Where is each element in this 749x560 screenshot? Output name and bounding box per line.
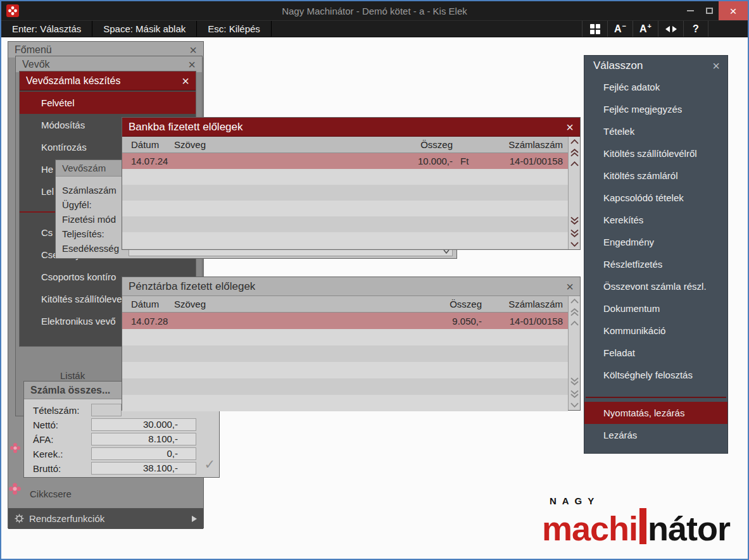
close-icon[interactable]: × <box>566 280 574 293</box>
brand-logo-machinator: machi nátor <box>542 508 730 545</box>
menu-item-nyomtatas-lezaras[interactable]: Nyomtatás, lezárás <box>584 402 727 424</box>
menu-item-cikkcsere[interactable]: Cikkcsere <box>30 488 72 499</box>
tetelszam-field[interactable] <box>91 404 122 416</box>
scrollbar[interactable] <box>568 296 580 410</box>
scroll-page-up-icon[interactable] <box>570 149 579 157</box>
scroll-down-icon[interactable] <box>570 402 579 408</box>
scroll-up-icon[interactable] <box>570 139 579 144</box>
column-header-szoveg: Szöveg <box>174 299 412 309</box>
hint-space-other-window[interactable]: Space: Másik ablak <box>92 21 197 37</box>
cash-advances-table: Dátum Szöveg Összeg Számlaszám 14.07.28 … <box>122 296 580 410</box>
scrollbar[interactable] <box>568 137 580 249</box>
grid-icon <box>589 23 601 35</box>
table-row-empty[interactable] <box>122 362 568 378</box>
hint-enter-select[interactable]: Enter: Választás <box>1 21 92 37</box>
scroll-page-down-icon[interactable] <box>570 390 579 398</box>
menu-item-dokumentum[interactable]: Dokumentum <box>584 297 727 320</box>
hint-esc-exit[interactable]: Esc: Kilépés <box>197 21 272 37</box>
invoice-creation-titlebar[interactable]: Vevőszámla készítés × <box>20 72 196 90</box>
maximize-button[interactable] <box>700 1 719 20</box>
menu-item-reszletfizetes[interactable]: Részletfizetés <box>584 253 727 275</box>
scroll-down-icon[interactable] <box>570 242 579 247</box>
scroll-up-icon[interactable] <box>570 161 579 166</box>
bank-advances-table: Dátum Szöveg Összeg Számlaszám 14.07.24 … <box>122 137 580 249</box>
kerekites-field[interactable]: 0,- <box>91 447 196 460</box>
column-header-szamlaszam: Számlaszám <box>482 139 568 150</box>
menu-item-fejlec-adatok[interactable]: Fejléc adatok <box>584 76 727 98</box>
scroll-page-up-icon[interactable] <box>570 308 579 316</box>
scroll-page-down-icon[interactable] <box>570 229 579 237</box>
close-icon[interactable]: × <box>188 58 196 71</box>
app-icon[interactable] <box>6 4 19 17</box>
invoice-creation-title: Vevőszámla készítés <box>26 75 120 87</box>
table-row-selected[interactable]: 14.07.24 10.000,- Ft 14-01/00158 <box>122 153 568 169</box>
field-label: Kerek.: <box>33 449 91 459</box>
confirm-check-icon[interactable]: ✓ <box>204 457 215 472</box>
menu-item-felvetel[interactable]: Felvétel <box>20 92 196 114</box>
close-icon[interactable]: × <box>182 75 189 87</box>
menu-item-kitoltes-szallitolevelrol[interactable]: Kitöltés szállítólevélről <box>584 142 727 165</box>
table-row-empty[interactable] <box>122 185 568 201</box>
brutto-field[interactable]: 38.100,- <box>91 462 196 475</box>
table-row-empty[interactable] <box>122 201 568 216</box>
table-row-empty[interactable] <box>122 345 568 362</box>
menu-item-label: Rendszerfunkciók <box>29 513 104 524</box>
help-button[interactable]: ? <box>683 21 708 37</box>
chevron-down-icon <box>443 249 450 254</box>
cash-advances-title: Pénztárba fizetett előlegek <box>129 280 255 293</box>
bank-advances-titlebar[interactable]: Bankba fizetett előlegek × <box>122 118 580 137</box>
menu-item-engedmeny[interactable]: Engedmény <box>584 231 727 253</box>
field-label: ÁFA: <box>33 434 91 445</box>
window-grid-button[interactable] <box>582 21 607 37</box>
menu-item-tetelek[interactable]: Tételek <box>584 120 727 142</box>
main-menu-title: Főmenü <box>15 44 52 56</box>
afa-field[interactable]: 8.100,- <box>91 433 196 445</box>
menu-item-kommunikacio[interactable]: Kommunikáció <box>584 320 727 342</box>
bank-advances-title: Bankba fizetett előlegek <box>129 121 243 134</box>
table-row-empty[interactable] <box>122 216 568 232</box>
table-row-empty[interactable] <box>122 232 568 248</box>
scroll-page-down-icon[interactable] <box>570 216 579 225</box>
column-header-szamlaszam: Számlaszám <box>482 299 568 309</box>
minimize-button[interactable] <box>681 1 700 20</box>
cell-szamlaszam: 14-01/00158 <box>482 316 568 327</box>
application-window: Nagy Machinátor - Demó kötet - a - Kis E… <box>0 0 749 560</box>
close-window-button[interactable]: × <box>719 1 748 20</box>
menu-item-listak[interactable]: Listák <box>60 370 85 381</box>
font-decrease-button[interactable]: A− <box>607 21 633 37</box>
scroll-up-icon[interactable] <box>570 299 579 304</box>
close-icon: × <box>729 5 736 17</box>
minimize-icon <box>687 10 694 11</box>
menu-item-koltseghely-felosztas[interactable]: Költséghely felosztás <box>584 364 727 386</box>
table-row-selected[interactable]: 14.07.28 9.050,- 14-01/00158 <box>122 313 568 329</box>
table-row-empty[interactable] <box>122 169 568 185</box>
close-icon[interactable]: × <box>566 121 574 134</box>
menu-item-rendszerfunkciok[interactable]: Rendszerfunkciók <box>8 508 203 529</box>
font-increase-icon: A <box>639 23 647 35</box>
menu-item-kerekites[interactable]: Kerekítés <box>584 209 727 231</box>
invoice-form-title: Vevőszám <box>62 163 106 173</box>
bank-advances-window: Bankba fizetett előlegek × Dátum Szöveg … <box>122 117 581 250</box>
window-titlebar: Nagy Machinátor - Demó kötet - a - Kis E… <box>1 1 748 20</box>
netto-field[interactable]: 30.000,- <box>91 418 196 431</box>
table-row-empty[interactable] <box>122 329 568 345</box>
menu-item-fejlec-megjegyzes[interactable]: Fejléc megjegyzés <box>584 98 727 120</box>
close-icon[interactable]: × <box>189 44 197 56</box>
menu-item-osszevont-szamla[interactable]: Összevont számla részl. <box>584 275 727 297</box>
cash-advances-titlebar[interactable]: Pénztárba fizetett előlegek × <box>122 277 580 296</box>
field-label: Nettó: <box>33 420 91 430</box>
menu-item-feladat[interactable]: Feladat <box>584 342 727 364</box>
menu-item-kapcsolodo-tetelek[interactable]: Kapcsolódó tételek <box>584 187 727 209</box>
font-increase-button[interactable]: A+ <box>633 21 658 37</box>
scroll-up-icon[interactable] <box>570 321 579 326</box>
table-row-empty[interactable] <box>122 395 568 411</box>
minus-icon: − <box>622 22 626 30</box>
menu-item-kitoltes-szamlarol[interactable]: Kitöltés számláról <box>584 165 727 187</box>
table-row-empty[interactable] <box>122 378 568 395</box>
switch-window-button[interactable] <box>658 21 683 37</box>
toolbar-icons: A− A+ ? <box>582 21 708 37</box>
scroll-page-down-icon[interactable] <box>570 377 579 385</box>
cell-datum: 14.07.28 <box>122 316 174 327</box>
menu-item-lezaras[interactable]: Lezárás <box>584 424 727 446</box>
close-icon[interactable]: × <box>712 59 720 72</box>
